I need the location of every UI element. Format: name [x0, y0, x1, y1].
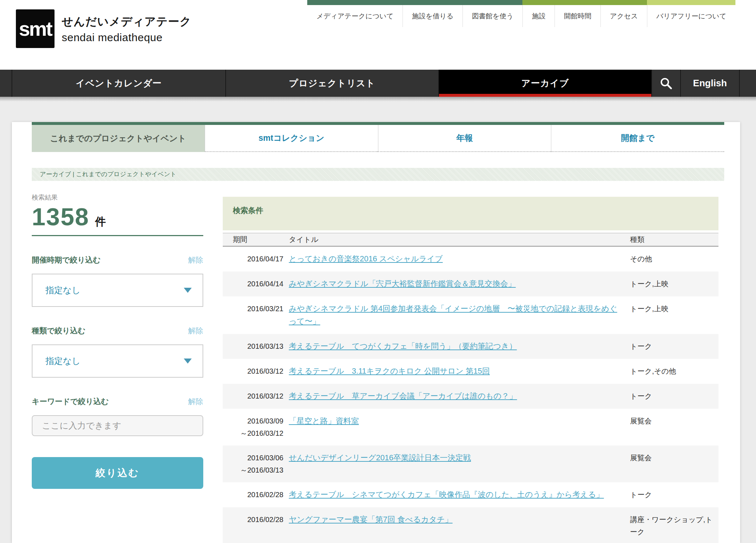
- event-date: 2016/03/21: [223, 303, 283, 328]
- filter-period-select[interactable]: 指定なし: [32, 274, 203, 307]
- event-title-link[interactable]: 考えるテーブル 草アーカイブ会議「アーカイブは誰のもの？」: [289, 392, 517, 400]
- event-date: 2016/03/09 ～2016/03/12: [223, 415, 283, 439]
- nav-spacer: [0, 70, 12, 97]
- nav-item-access[interactable]: アクセス: [600, 0, 647, 27]
- results-main: 検索条件 期間 タイトル 種類 2016/04/17 とっておきの音楽祭2016…: [223, 193, 724, 543]
- event-date: 2016/04/17: [223, 253, 283, 265]
- event-title-link[interactable]: ヤングファーマー農宴「第7回 食べるカタチ」: [289, 515, 452, 524]
- apply-filter-button[interactable]: 絞り込む: [32, 457, 203, 489]
- event-kind: トーク,その他: [630, 365, 718, 378]
- tab-until-opening[interactable]: 開館まで: [551, 125, 724, 152]
- filter-period: 開催時期で絞り込む 解除 指定なし: [32, 255, 203, 307]
- column-header-kind: 種類: [630, 235, 718, 244]
- breadcrumb[interactable]: アーカイブ | これまでのプロジェクトやイベント: [32, 168, 724, 181]
- event-date: 2016/04/14: [223, 278, 283, 290]
- table-row: 2016/03/06 ～2016/03/13 せんだいデザインリーグ2016卒業…: [223, 446, 718, 482]
- nav-item-barrier-free[interactable]: バリアフリーについて: [647, 0, 735, 27]
- site-header: smt せんだいメディアテーク sendai mediatheque メディアテ…: [0, 0, 756, 70]
- results-unit: 件: [95, 214, 106, 229]
- nav-item-label: メディアテークについて: [317, 12, 394, 21]
- event-date: 2016/03/12: [223, 365, 283, 378]
- nav-item-event-calendar[interactable]: イベントカレンダー: [12, 70, 225, 97]
- nav-color-band: [462, 0, 522, 5]
- tab-past-projects-events[interactable]: これまでのプロジェクトやイベント: [32, 125, 205, 152]
- filter-period-clear-link[interactable]: 解除: [188, 255, 203, 265]
- results-label: 検索結果: [32, 193, 203, 202]
- nav-item-label: 施設: [532, 12, 546, 21]
- column-header-title: タイトル: [283, 235, 630, 244]
- filter-keyword-clear-link[interactable]: 解除: [188, 396, 203, 407]
- filter-kind-title: 種類で絞り込む: [32, 326, 85, 336]
- nav-item-label: 図書館を使う: [472, 12, 513, 21]
- event-title-link[interactable]: みやぎシネマクラドル 第4回参加者発表会「イメージの地層 〜被災地での記録と表現…: [289, 304, 617, 326]
- nav-item-use-library[interactable]: 図書館を使う: [462, 0, 522, 27]
- table-row: 2016/04/14 みやぎシネマクラドル「宍戸大裕監督新作鑑賞会＆意見交換会」…: [223, 272, 718, 296]
- primary-nav: イベントカレンダー プロジェクトリスト アーカイブ English: [0, 70, 756, 97]
- event-title-cell: 考えるテーブル 草アーカイブ会議「アーカイブは誰のもの？」: [283, 390, 630, 403]
- smt-logo-icon: smt: [16, 9, 55, 48]
- filter-kind-clear-link[interactable]: 解除: [188, 326, 203, 336]
- event-date: 2016/02/28: [223, 513, 283, 538]
- tab-annual-report[interactable]: 年報: [378, 125, 551, 152]
- event-date: 2016/03/12: [223, 390, 283, 403]
- event-title-link[interactable]: とっておきの音楽祭2016 スペシャルライブ: [289, 255, 443, 263]
- filter-kind-value: 指定なし: [45, 355, 81, 367]
- event-kind: トーク: [630, 488, 718, 501]
- content-card: これまでのプロジェクトやイベント smtコレクション 年報 開館まで アーカイブ…: [12, 122, 740, 543]
- site-logo[interactable]: smt せんだいメディアテーク sendai mediatheque: [16, 9, 191, 48]
- filter-period-value: 指定なし: [45, 284, 81, 296]
- event-title-cell: ヤングファーマー農宴「第7回 食べるカタチ」: [283, 513, 630, 538]
- table-row: 2016/04/17 とっておきの音楽祭2016 スペシャルライブ その他: [223, 247, 718, 272]
- nav-color-band: [522, 0, 555, 5]
- nav-item-archive-active[interactable]: アーカイブ: [438, 70, 651, 97]
- column-header-period: 期間: [223, 235, 283, 244]
- event-kind: トーク,上映: [630, 278, 718, 290]
- event-date: 2016/03/13: [223, 340, 283, 353]
- event-title-link[interactable]: 考えるテーブル てつがくカフェ「時を問う」（要約筆記つき）: [289, 342, 517, 351]
- event-date: 2016/03/06 ～2016/03/13: [223, 452, 283, 476]
- event-title-cell: せんだいデザインリーグ2016卒業設計日本一決定戦: [283, 452, 630, 476]
- nav-color-band: [403, 0, 462, 5]
- brand-title-en: sendai mediatheque: [62, 31, 191, 44]
- results-table-body: 2016/04/17 とっておきの音楽祭2016 スペシャルライブ その他 20…: [223, 247, 718, 543]
- search-conditions-panel: 検索条件: [223, 197, 718, 230]
- magnifier-icon: [660, 77, 673, 90]
- event-title-cell: とっておきの音楽祭2016 スペシャルライブ: [283, 253, 630, 265]
- nav-item-hours[interactable]: 開館時間: [555, 0, 600, 27]
- table-row: 2016/03/21 みやぎシネマクラドル 第4回参加者発表会「イメージの地層 …: [223, 296, 718, 334]
- nav-item-label: アクセス: [610, 12, 638, 21]
- nav-item-english[interactable]: English: [680, 70, 739, 97]
- event-title-link[interactable]: 「星空と路」資料室: [289, 417, 359, 425]
- nav-item-project-list[interactable]: プロジェクトリスト: [225, 70, 438, 97]
- search-button[interactable]: [651, 70, 680, 97]
- nav-item-rent-facility[interactable]: 施設を借りる: [403, 0, 462, 27]
- results-count: 1358: [32, 203, 89, 231]
- filter-kind-select[interactable]: 指定なし: [32, 344, 203, 378]
- keyword-input[interactable]: [32, 415, 203, 436]
- table-row: 2016/03/12 考えるテーブル 3.11キヲクのキロク 公開サロン 第15…: [223, 359, 718, 384]
- nav-color-band: [555, 0, 600, 5]
- event-title-link[interactable]: 考えるテーブル シネマてつがくカフェ「映像作品『波のした、土のうえ』から考える」: [289, 490, 604, 499]
- event-kind: 講座・ワークショップ,トーク: [630, 513, 718, 538]
- event-kind: 展覧会: [630, 452, 718, 476]
- event-kind: トーク: [630, 340, 718, 353]
- chevron-down-icon: [184, 359, 192, 364]
- event-title-cell: 「星空と路」資料室: [283, 415, 630, 439]
- nav-item-about-mediatheque[interactable]: メディアテークについて: [308, 0, 403, 27]
- table-row: 2016/02/28 考えるテーブル シネマてつがくカフェ「映像作品『波のした、…: [223, 482, 718, 507]
- archive-tabs: これまでのプロジェクトやイベント smtコレクション 年報 開館まで: [32, 122, 724, 152]
- nav-item-facilities[interactable]: 施設: [522, 0, 555, 27]
- event-title-link[interactable]: せんだいデザインリーグ2016卒業設計日本一決定戦: [289, 453, 471, 462]
- event-title-link[interactable]: 考えるテーブル 3.11キヲクのキロク 公開サロン 第15回: [289, 367, 490, 375]
- filter-sidebar: 検索結果 1358 件 開催時期で絞り込む 解除 指定なし: [32, 193, 203, 543]
- tab-smt-collection[interactable]: smtコレクション: [205, 125, 378, 152]
- nav-item-label: バリアフリーについて: [656, 12, 726, 21]
- table-row: 2016/03/13 考えるテーブル てつがくカフェ「時を問う」（要約筆記つき）…: [223, 334, 718, 359]
- event-title-cell: 考えるテーブル 3.11キヲクのキロク 公開サロン 第15回: [283, 365, 630, 378]
- event-title-link[interactable]: みやぎシネマクラドル「宍戸大裕監督新作鑑賞会＆意見交換会」: [289, 279, 516, 288]
- nav-item-label: 施設を借りる: [412, 12, 453, 21]
- event-title-cell: 考えるテーブル シネマてつがくカフェ「映像作品『波のした、土のうえ』から考える」: [283, 488, 630, 501]
- event-date: 2016/02/28: [223, 488, 283, 501]
- results-table-header: 期間 タイトル 種類: [223, 233, 718, 247]
- nav-color-band: [647, 0, 735, 5]
